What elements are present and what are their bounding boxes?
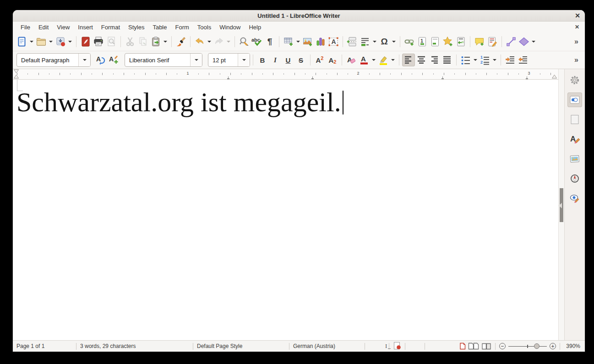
print-button[interactable] — [92, 35, 105, 48]
align-right-button[interactable] — [428, 54, 441, 66]
word-count-status[interactable]: 3 words, 29 characters — [76, 343, 193, 349]
clear-formatting-button[interactable]: A — [345, 54, 358, 66]
menu-form[interactable]: Form — [171, 23, 193, 32]
undo-dropdown-arrow[interactable] — [207, 41, 211, 43]
paragraph-style-combo[interactable]: Default Paragraph — [16, 53, 91, 67]
align-left-button[interactable] — [402, 54, 415, 66]
track-changes-button[interactable] — [486, 35, 499, 48]
title-bar[interactable]: Untitled 1 - LibreOffice Writer ✕ — [13, 10, 585, 22]
font-name-dropdown[interactable] — [190, 54, 202, 66]
zoom-in-button[interactable]: + — [550, 343, 556, 349]
open-button[interactable] — [35, 35, 48, 48]
insert-field-dropdown-arrow[interactable] — [373, 41, 376, 43]
bullet-list-button[interactable] — [459, 54, 472, 66]
superscript-button[interactable]: A2 — [313, 54, 326, 66]
new-style-button[interactable]: A — [107, 54, 120, 66]
basic-shapes-button[interactable] — [518, 35, 530, 48]
save-button[interactable] — [54, 35, 67, 48]
font-color-button[interactable]: A — [358, 54, 371, 66]
zoom-slider[interactable] — [508, 343, 547, 349]
redo-button[interactable] — [213, 35, 225, 48]
insert-table-dropdown-arrow[interactable] — [296, 41, 300, 43]
update-style-button[interactable]: A — [94, 54, 107, 66]
save-dropdown-arrow[interactable] — [68, 41, 72, 43]
undo-button[interactable] — [193, 35, 206, 48]
horizontal-ruler[interactable]: 1 2 3 — [13, 69, 558, 80]
insert-chart-button[interactable] — [314, 35, 327, 48]
basic-shapes-dropdown-arrow[interactable] — [532, 41, 535, 43]
insert-cross-reference-button[interactable] — [454, 35, 467, 48]
menu-help[interactable]: Help — [245, 23, 265, 32]
font-name-combo[interactable]: Liberation Serif — [125, 53, 202, 67]
vertical-scrollbar[interactable] — [558, 69, 564, 340]
spelling-button[interactable]: abc — [251, 35, 263, 48]
zoom-percentage[interactable]: 390% — [560, 343, 585, 349]
paste-button[interactable] — [149, 35, 162, 48]
insert-page-number-button[interactable]: 1 — [416, 35, 429, 48]
copy-button[interactable] — [136, 35, 149, 48]
sidebar-style-inspector-button[interactable] — [567, 191, 582, 206]
highlight-color-dropdown-arrow[interactable] — [391, 59, 395, 61]
align-center-button[interactable] — [415, 54, 428, 66]
open-dropdown-arrow[interactable] — [49, 41, 53, 43]
document-modified-indicator[interactable] — [389, 342, 405, 351]
zoom-slider-handle[interactable] — [534, 343, 540, 349]
formatting-marks-button[interactable]: ¶ — [263, 35, 276, 48]
decrease-indent-button[interactable] — [517, 54, 529, 66]
justify-button[interactable] — [441, 54, 453, 66]
sidebar-gallery-button[interactable] — [567, 152, 582, 166]
find-replace-button[interactable] — [238, 35, 251, 48]
insert-field-button[interactable] — [359, 35, 371, 48]
sidebar-styles-button[interactable]: A — [567, 132, 582, 147]
sidebar-settings-button[interactable] — [567, 73, 582, 87]
strikethrough-button[interactable]: S — [294, 54, 307, 66]
insert-special-character-button[interactable]: Ω — [378, 35, 391, 48]
insert-comment-button[interactable] — [473, 35, 486, 48]
menu-window[interactable]: Window — [215, 23, 245, 32]
highlight-color-button[interactable] — [377, 54, 390, 66]
print-preview-button[interactable] — [105, 35, 118, 48]
document-text-line[interactable]: Schwarzatal.org ist megageil. — [16, 86, 343, 119]
insert-text-box-button[interactable]: A — [327, 35, 340, 48]
paste-dropdown-arrow[interactable] — [163, 41, 167, 43]
multi-page-view-button[interactable] — [468, 342, 479, 350]
font-size-dropdown[interactable] — [238, 54, 250, 66]
document-text[interactable]: Schwarzatal.org ist megageil. — [16, 87, 341, 117]
redo-dropdown-arrow[interactable] — [227, 41, 230, 43]
language-status[interactable]: German (Austria) — [289, 343, 365, 349]
insert-hyperlink-button[interactable] — [403, 35, 416, 48]
sidebar-hide-arrow-icon[interactable] — [559, 203, 562, 208]
increase-indent-button[interactable] — [504, 54, 517, 66]
indent-marker[interactable] — [13, 69, 19, 79]
insert-image-button[interactable] — [301, 35, 314, 48]
right-indent-marker[interactable] — [551, 74, 557, 79]
sidebar-properties-button[interactable] — [567, 92, 582, 107]
bullet-list-dropdown-arrow[interactable] — [474, 59, 477, 61]
menu-insert[interactable]: Insert — [74, 23, 97, 32]
single-page-view-button[interactable] — [459, 342, 466, 350]
menu-file[interactable]: File — [16, 23, 34, 32]
special-character-dropdown-arrow[interactable] — [392, 41, 396, 43]
underline-button[interactable]: U — [282, 54, 294, 66]
page-style-status[interactable]: Default Page Style — [193, 343, 289, 349]
new-document-button[interactable] — [16, 35, 28, 48]
menu-table[interactable]: Table — [148, 23, 171, 32]
insert-page-break-button[interactable] — [346, 35, 359, 48]
menu-tools[interactable]: Tools — [193, 23, 215, 32]
new-dropdown-arrow[interactable] — [30, 41, 33, 43]
insert-line-button[interactable] — [505, 35, 518, 48]
formatting-overflow-button[interactable]: » — [574, 56, 578, 64]
close-document-button[interactable]: ✕ — [575, 24, 579, 30]
bold-button[interactable]: B — [256, 54, 269, 66]
menu-format[interactable]: Format — [97, 23, 124, 32]
clone-formatting-button[interactable] — [174, 35, 187, 48]
page-count-status[interactable]: Page 1 of 1 — [13, 343, 76, 349]
menu-styles[interactable]: Styles — [124, 23, 148, 32]
insert-mode-indicator[interactable]: I — [383, 342, 389, 350]
toolbar-overflow-button[interactable]: » — [574, 38, 578, 46]
insert-header-footer-button[interactable] — [429, 35, 441, 48]
insert-bookmark-button[interactable] — [441, 35, 454, 48]
paragraph-style-dropdown[interactable] — [78, 54, 90, 66]
font-color-dropdown-arrow[interactable] — [372, 59, 376, 61]
document-page[interactable]: Schwarzatal.org ist megageil. — [13, 80, 558, 340]
